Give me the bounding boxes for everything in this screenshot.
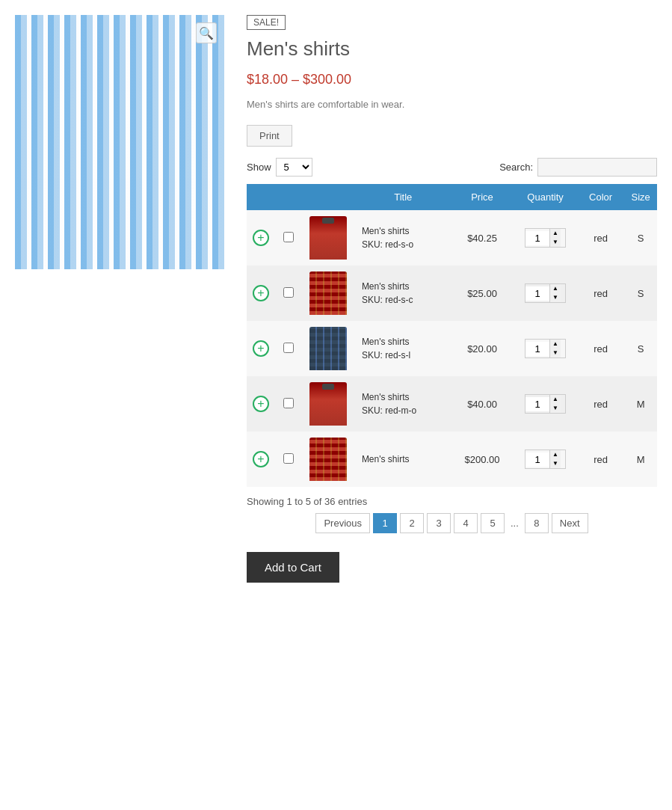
check-cell (277, 266, 300, 321)
qty-input[interactable] (525, 231, 549, 245)
product-image (15, 15, 224, 269)
col-header-color: Color (577, 184, 624, 210)
qty-cell: ▲ ▼ (514, 321, 577, 376)
table-row: + Men's shirts SKU: red-m-o $40.00 ▲ ▼ r… (247, 376, 657, 432)
add-cell: + (247, 266, 277, 321)
qty-arrows: ▲ ▼ (549, 395, 561, 412)
title-cell: Men's shirts SKU: red-s-l (356, 321, 451, 376)
item-title: Men's shirts (362, 280, 445, 293)
size-cell: S (624, 266, 657, 321)
qty-arrows: ▲ ▼ (549, 450, 561, 467)
item-info: Men's shirts SKU: red-s-l (362, 335, 445, 362)
qty-arrows: ▲ ▼ (549, 229, 561, 246)
add-cell: + (247, 210, 277, 266)
page-button-1[interactable]: 1 (373, 513, 397, 533)
qty-up-button[interactable]: ▲ (550, 395, 561, 404)
check-cell (277, 376, 300, 432)
title-cell: Men's shirts SKU: red-s-o (356, 210, 451, 266)
add-item-button[interactable]: + (253, 451, 269, 467)
next-page-button[interactable]: Next (552, 513, 588, 533)
add-to-cart-button[interactable]: Add to Cart (247, 552, 339, 583)
thumb-cell (300, 432, 356, 487)
thumb-cell (300, 376, 356, 432)
qty-up-button[interactable]: ▲ (550, 229, 561, 238)
table-row: + Men's shirts SKU: red-s-c $25.00 ▲ ▼ r… (247, 266, 657, 321)
item-title: Men's shirts (362, 335, 445, 349)
col-header-title: Title (356, 184, 451, 210)
item-info: Men's shirts (362, 452, 445, 466)
color-cell: red (577, 321, 624, 376)
search-control: Search: (499, 158, 657, 177)
qty-input[interactable] (525, 286, 549, 301)
product-details: SALE! Men's shirts $18.00 – $300.00 Men'… (247, 15, 657, 583)
price-cell: $200.00 (451, 432, 514, 487)
qty-input[interactable] (525, 452, 549, 467)
thumb-cell (300, 321, 356, 376)
sale-badge: SALE! (247, 15, 286, 30)
qty-down-button[interactable]: ▼ (550, 293, 561, 302)
add-item-button[interactable]: + (253, 396, 269, 412)
add-cell: + (247, 321, 277, 376)
add-item-button[interactable]: + (253, 230, 269, 246)
title-cell: Men's shirts (356, 432, 451, 487)
add-item-button[interactable]: + (253, 340, 269, 357)
qty-down-button[interactable]: ▼ (550, 459, 561, 468)
qty-up-button[interactable]: ▲ (550, 340, 561, 349)
page-button-8[interactable]: 8 (525, 513, 549, 533)
qty-arrows: ▲ ▼ (549, 340, 561, 357)
row-checkbox[interactable] (283, 287, 294, 298)
product-description: Men's shirts are comfortable in wear. (247, 99, 657, 110)
color-cell: red (577, 376, 624, 432)
row-checkbox[interactable] (283, 398, 294, 408)
page-dots: ... (508, 514, 522, 533)
qty-spinner: ▲ ▼ (525, 339, 566, 358)
table-row: + Men's shirts SKU: red-s-l $20.00 ▲ ▼ r… (247, 321, 657, 376)
color-cell: red (577, 266, 624, 321)
prev-page-button[interactable]: Previous (315, 513, 370, 533)
qty-cell: ▲ ▼ (514, 210, 577, 266)
item-info: Men's shirts SKU: red-m-o (362, 390, 445, 417)
color-cell: red (577, 210, 624, 266)
table-row: + Men's shirts $200.00 ▲ ▼ red M (247, 432, 657, 487)
item-sku: SKU: red-s-l (362, 349, 445, 362)
qty-down-button[interactable]: ▼ (550, 349, 561, 358)
qty-down-button[interactable]: ▼ (550, 238, 561, 247)
table-header-row: Title Price Quantity Color Size (247, 184, 657, 210)
show-control: Show 5 10 25 50 (247, 158, 312, 177)
qty-up-button[interactable]: ▲ (550, 284, 561, 293)
row-checkbox[interactable] (283, 453, 294, 464)
qty-cell: ▲ ▼ (514, 376, 577, 432)
color-cell: red (577, 432, 624, 487)
show-select[interactable]: 5 10 25 50 (276, 158, 312, 177)
page-button-3[interactable]: 3 (427, 513, 451, 533)
row-checkbox[interactable] (283, 343, 294, 353)
add-item-button[interactable]: + (253, 285, 269, 301)
row-checkbox[interactable] (283, 232, 294, 242)
check-cell (277, 321, 300, 376)
thumb-cell (300, 210, 356, 266)
qty-input[interactable] (525, 397, 549, 411)
price-cell: $40.25 (451, 210, 514, 266)
qty-down-button[interactable]: ▼ (550, 404, 561, 413)
page-button-4[interactable]: 4 (454, 513, 478, 533)
product-image-box: 🔍 (15, 15, 224, 269)
search-input[interactable] (537, 158, 657, 177)
qty-spinner: ▲ ▼ (525, 283, 566, 302)
qty-input[interactable] (525, 342, 549, 356)
product-image-section: 🔍 (15, 15, 224, 583)
product-title: Men's shirts (247, 37, 657, 61)
page-button-5[interactable]: 5 (481, 513, 505, 533)
col-header-thumb (300, 184, 356, 210)
print-button[interactable]: Print (247, 125, 292, 147)
col-header-size: Size (624, 184, 657, 210)
product-table: Title Price Quantity Color Size + Men's … (247, 184, 657, 487)
zoom-icon[interactable]: 🔍 (196, 22, 217, 43)
check-cell (277, 432, 300, 487)
item-info: Men's shirts SKU: red-s-c (362, 280, 445, 307)
page-button-2[interactable]: 2 (400, 513, 424, 533)
price-cell: $25.00 (451, 266, 514, 321)
qty-up-button[interactable]: ▲ (550, 450, 561, 459)
item-sku: SKU: red-s-o (362, 238, 445, 251)
item-sku: SKU: red-s-c (362, 293, 445, 307)
item-sku: SKU: red-m-o (362, 404, 445, 417)
